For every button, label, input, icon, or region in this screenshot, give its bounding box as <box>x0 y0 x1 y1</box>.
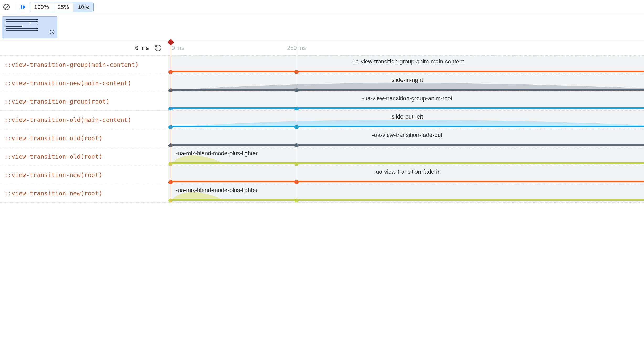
preview-line <box>6 26 22 27</box>
animation-duration-bar[interactable] <box>171 126 644 127</box>
play-pause-icon <box>20 4 26 10</box>
svg-marker-3 <box>23 5 26 9</box>
clock-icon <box>49 29 55 36</box>
preview-line <box>6 19 38 20</box>
animation-track[interactable]: -ua-view-transition-fade-in <box>168 166 644 184</box>
preview-line <box>6 28 38 29</box>
animation-name-label: -ua-view-transition-group-anim-root <box>171 95 644 102</box>
replay-icon <box>154 44 162 52</box>
animation-track[interactable]: slide-out-left <box>168 111 644 129</box>
animation-selector-label[interactable]: ::view-transition-new(root) <box>0 166 168 184</box>
gridline-250ms <box>297 40 297 203</box>
animation-row: ::view-transition-group(root)-ua-view-tr… <box>0 92 644 111</box>
animation-duration-bar[interactable] <box>171 144 644 146</box>
animation-duration-bar[interactable] <box>171 89 644 91</box>
timeline-header-left: 0 ms <box>0 40 168 55</box>
animation-name-label: -ua-view-transition-group-anim-main-cont… <box>171 58 644 65</box>
svg-line-1 <box>4 5 8 9</box>
tick-label-0ms: 0 ms <box>172 45 184 51</box>
animation-groups-strip <box>0 14 644 40</box>
animation-selector-label[interactable]: ::view-transition-group(main-content) <box>0 56 168 74</box>
animation-row: ::view-transition-old(root)-ua-view-tran… <box>0 129 644 147</box>
svg-rect-2 <box>21 5 22 9</box>
animation-selector-label[interactable]: ::view-transition-old(root) <box>0 147 168 166</box>
animation-row: ::view-transition-new(root)-ua-view-tran… <box>0 166 644 184</box>
animation-track[interactable]: -ua-view-transition-fade-out <box>168 129 644 147</box>
animation-group-preview[interactable] <box>2 16 57 38</box>
animation-row: ::view-transition-group(main-content)-ua… <box>0 56 644 74</box>
preview-line <box>6 23 30 23</box>
clear-button[interactable] <box>2 3 11 12</box>
animation-track[interactable]: -ua-mix-blend-mode-plus-lighter <box>168 184 644 202</box>
replay-button[interactable] <box>153 43 163 53</box>
preview-line <box>6 25 38 25</box>
animation-selector-label[interactable]: ::view-transition-new(root) <box>0 184 168 202</box>
animation-duration-bar[interactable] <box>171 162 644 164</box>
animation-name-label: slide-in-right <box>171 77 644 83</box>
playhead-scrubber[interactable] <box>171 40 171 203</box>
toolbar-divider <box>15 4 15 10</box>
animation-row: ::view-transition-old(root)-ua-mix-blend… <box>0 147 644 166</box>
animation-selector-label[interactable]: ::view-transition-group(root) <box>0 92 168 110</box>
animation-track[interactable]: -ua-view-transition-group-anim-root <box>168 92 644 110</box>
animation-track[interactable]: -ua-view-transition-group-anim-main-cont… <box>168 56 644 74</box>
play-pause-button[interactable] <box>19 3 28 12</box>
animation-row: ::view-transition-new(main-content)slide… <box>0 74 644 92</box>
clear-icon <box>3 4 10 10</box>
animation-name-label: -ua-mix-blend-mode-plus-lighter <box>171 150 644 157</box>
animation-track[interactable]: -ua-mix-blend-mode-plus-lighter <box>168 147 644 166</box>
speed-option-100[interactable]: 100% <box>30 2 53 12</box>
preview-line <box>6 21 38 22</box>
animation-selector-label[interactable]: ::view-transition-old(root) <box>0 129 168 147</box>
playback-speed-group: 100% 25% 10% <box>30 2 94 12</box>
preview-line <box>6 30 38 31</box>
speed-option-10[interactable]: 10% <box>73 2 93 12</box>
animation-row: ::view-transition-old(main-content)slide… <box>0 111 644 129</box>
animation-duration-bar[interactable] <box>171 107 644 109</box>
current-time-label: 0 ms <box>135 45 149 51</box>
animation-name-label: -ua-view-transition-fade-in <box>171 168 644 175</box>
timeline-header: 0 ms 0 ms 250 ms <box>0 40 644 56</box>
animation-duration-bar[interactable] <box>171 181 644 182</box>
animation-duration-bar[interactable] <box>171 199 644 201</box>
speed-option-25[interactable]: 25% <box>53 2 73 12</box>
animation-duration-bar[interactable] <box>171 71 644 72</box>
animation-name-label: slide-out-left <box>171 113 644 120</box>
animation-selector-label[interactable]: ::view-transition-old(main-content) <box>0 111 168 129</box>
animation-name-label: -ua-mix-blend-mode-plus-lighter <box>171 187 644 194</box>
animation-track[interactable]: slide-in-right <box>168 74 644 92</box>
animation-row: ::view-transition-new(root)-ua-mix-blend… <box>0 184 644 203</box>
toolbar: 100% 25% 10% <box>0 0 644 14</box>
animation-name-label: -ua-view-transition-fade-out <box>171 132 644 139</box>
animation-selector-label[interactable]: ::view-transition-new(main-content) <box>0 74 168 92</box>
animation-rows: ::view-transition-group(main-content)-ua… <box>0 56 644 203</box>
